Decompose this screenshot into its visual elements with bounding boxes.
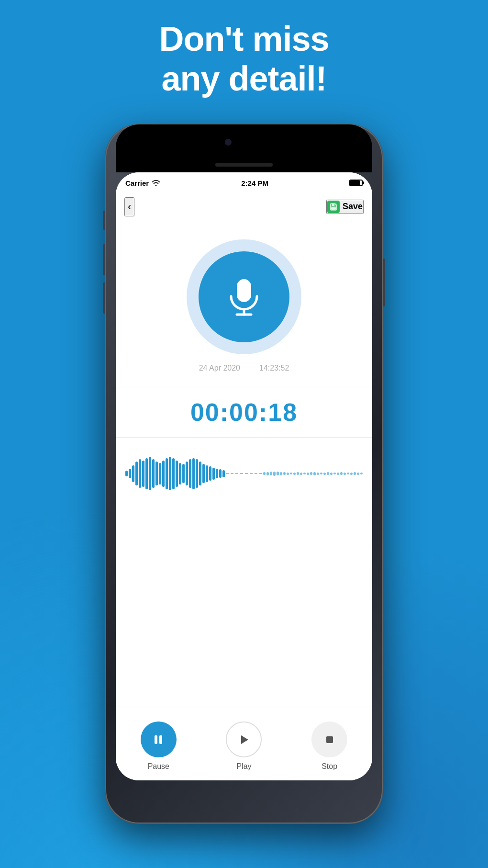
wifi-icon <box>152 180 160 186</box>
phone-volume-up-button <box>103 244 105 275</box>
phone-frame: Carrier 2:24 PM <box>105 124 383 823</box>
waveform-bar <box>354 472 356 475</box>
back-button[interactable]: ‹ <box>124 197 134 216</box>
phone-mockup: Carrier 2:24 PM <box>105 124 383 823</box>
waveform-bar <box>266 472 269 475</box>
waveform-bar <box>340 472 343 475</box>
waveform-bar <box>142 461 144 487</box>
waveform-bar <box>219 469 222 478</box>
waveform-bar <box>145 458 148 489</box>
pause-button[interactable] <box>141 721 177 757</box>
phone-top-bar <box>116 124 372 172</box>
play-control[interactable]: Play <box>226 721 262 771</box>
stop-button[interactable] <box>311 721 347 757</box>
waveform-bar <box>273 472 276 476</box>
waveform-bar <box>360 473 363 474</box>
carrier-label: Carrier <box>125 179 149 187</box>
waveform-bar <box>222 470 225 477</box>
waveform-bar <box>149 457 151 490</box>
waveform-bar <box>162 461 165 487</box>
save-label: Save <box>343 202 363 212</box>
waveform-bar <box>182 464 185 483</box>
waveform-bar <box>303 473 306 474</box>
waveform-bar <box>323 473 326 475</box>
waveform-bar <box>169 457 171 490</box>
status-bar: Carrier 2:24 PM <box>116 172 372 193</box>
waveform-bar <box>287 473 289 475</box>
svg-rect-7 <box>159 735 162 744</box>
status-time: 2:24 PM <box>241 179 268 187</box>
recording-time: 14:23:52 <box>259 364 289 372</box>
svg-marker-8 <box>241 735 248 744</box>
phone-camera <box>225 139 232 146</box>
svg-rect-2 <box>331 207 336 210</box>
svg-rect-9 <box>326 736 333 743</box>
waveform-bar <box>179 463 181 485</box>
pause-icon <box>152 733 165 746</box>
play-button[interactable] <box>226 721 262 757</box>
waveform-bar <box>189 459 191 488</box>
waveform-bar <box>176 461 178 487</box>
waveform-bar <box>199 462 201 485</box>
waveform-bar <box>135 462 138 485</box>
waveform-bar <box>283 472 286 475</box>
waveform-section <box>116 437 372 707</box>
pause-control[interactable]: Pause <box>141 721 177 771</box>
waveform-bar <box>357 473 359 475</box>
waveform-bar <box>139 459 141 488</box>
timer-display: 00:00:18 <box>116 398 372 427</box>
waveform-bar <box>172 458 175 489</box>
waveform-bar <box>166 458 168 489</box>
waveform-bar <box>344 473 346 475</box>
stop-control[interactable]: Stop <box>311 721 347 771</box>
svg-rect-6 <box>155 735 157 744</box>
mic-outer-ring <box>187 239 301 354</box>
waveform-playhead <box>226 473 262 474</box>
mic-area: 24 Apr 2020 14:23:52 <box>116 220 372 387</box>
waveform-bar <box>280 472 282 475</box>
waveform-bar <box>337 473 339 475</box>
waveform-bar <box>206 465 208 482</box>
nav-bar: ‹ Save <box>116 193 372 220</box>
timer-section: 00:00:18 <box>116 387 372 437</box>
waveform-bar <box>196 459 198 488</box>
waveform-bar <box>186 462 188 485</box>
waveform-bar <box>129 469 131 478</box>
microphone-icon <box>222 275 266 318</box>
hero-line2: any detail! <box>161 59 326 98</box>
waveform-bar <box>192 458 195 489</box>
waveform-bar <box>277 472 279 475</box>
save-button[interactable]: Save <box>326 200 364 214</box>
waveform-bar <box>310 472 312 475</box>
waveform-bar <box>300 473 302 475</box>
svg-rect-1 <box>332 203 334 206</box>
stop-icon <box>323 733 336 746</box>
status-left: Carrier <box>125 179 160 187</box>
phone-silent-button <box>103 211 105 230</box>
waveform-bar <box>212 468 215 480</box>
recording-date: 24 Apr 2020 <box>199 364 240 372</box>
waveform-bar <box>293 473 296 475</box>
hero-text: Don't miss any detail! <box>0 19 488 99</box>
pause-label: Pause <box>148 762 169 771</box>
battery-fill <box>350 180 360 185</box>
waveform-bar <box>132 465 134 482</box>
controls-section: Pause Play <box>116 707 372 780</box>
play-icon <box>237 733 251 746</box>
waveform-bar <box>297 472 299 475</box>
waveform-bar <box>159 463 161 485</box>
waveform-bar <box>202 464 205 483</box>
floppy-disk-icon <box>330 203 337 211</box>
waveform-bar <box>307 473 309 475</box>
waveform-bar <box>270 472 272 475</box>
waveform-bar <box>350 473 353 475</box>
waveform-bar <box>313 472 316 475</box>
waveform-bar <box>263 472 266 475</box>
mic-button[interactable] <box>199 251 289 342</box>
waveform-bar <box>317 473 319 475</box>
waveform-bar <box>333 473 336 474</box>
play-label: Play <box>236 762 251 771</box>
stop-label: Stop <box>322 762 337 771</box>
waveform-bar <box>290 473 292 474</box>
phone-volume-down-button <box>103 282 105 314</box>
